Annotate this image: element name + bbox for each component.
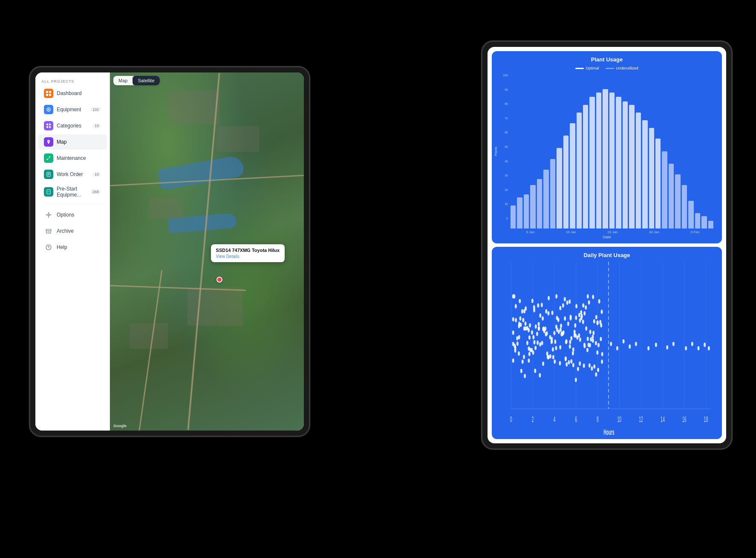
bar: [675, 174, 680, 228]
scatter-dot: [592, 295, 594, 299]
scatter-dot: [529, 323, 531, 327]
right-tablet-screen: Plant Usage Optimal Underutilized 010203…: [488, 47, 726, 443]
sidebar-item-map[interactable]: Map: [38, 134, 107, 150]
scatter-dot: [549, 354, 551, 359]
svg-rect-1: [49, 91, 51, 93]
urban-area-4: [188, 287, 243, 326]
x-label: 23 Jan: [608, 230, 618, 234]
scatter-dot: [593, 319, 595, 324]
svg-point-5: [48, 109, 49, 110]
scatter-dot: [591, 366, 593, 370]
scatter-dot: [538, 322, 540, 326]
scatter-dot: [516, 336, 518, 340]
sidebar-item-work-order[interactable]: Work Order 10: [38, 167, 107, 182]
scatter-dot: [518, 335, 520, 339]
underutilized-label: Underutilized: [616, 66, 638, 70]
scatter-dot: [596, 350, 598, 355]
scatter-dot: [521, 309, 523, 313]
maintenance-icon: [44, 153, 53, 163]
scatter-dot: [517, 341, 519, 346]
categories-icon: [44, 121, 53, 130]
map-tab-satellite[interactable]: Satellite: [133, 76, 159, 85]
scatter-dot: [655, 343, 657, 347]
y-label: 50: [499, 145, 509, 148]
scatter-dot: [616, 346, 618, 350]
bar: [537, 179, 542, 228]
svg-rect-6: [46, 124, 48, 125]
svg-text:4: 4: [553, 415, 555, 423]
map-tab-map[interactable]: Map: [113, 76, 133, 85]
tooltip-title: SSD14 747XMG Toyota Hilux: [216, 248, 280, 253]
y-label: 60: [499, 131, 509, 134]
sidebar-item-pre-start[interactable]: Pre-Start Equipme... 268: [38, 183, 107, 201]
bar: [517, 197, 522, 228]
scatter-dot: [623, 339, 625, 344]
scatter-dot: [595, 341, 597, 345]
scatter-dot: [704, 343, 706, 347]
scatter-dot: [708, 346, 710, 350]
x-label: 6 Feb: [691, 230, 699, 234]
x-label: 30 Jan: [649, 230, 659, 234]
sidebar-item-options[interactable]: Options: [38, 207, 107, 223]
scatter-dot: [565, 356, 567, 361]
bar: [701, 216, 707, 228]
svg-rect-7: [49, 124, 51, 125]
dashboard-icon: [44, 89, 53, 98]
scatter-dot: [556, 328, 558, 332]
bar: [708, 221, 713, 228]
x-label: 16 Jan: [566, 230, 576, 234]
bar: [557, 148, 562, 228]
scatter-dot: [541, 303, 543, 307]
scatter-container: 0 2 4 6 8 10 12 14 16 18 Hours: [499, 262, 715, 435]
scatter-dot: [528, 359, 530, 363]
scatter-dot: [601, 309, 603, 314]
bar: [669, 164, 674, 228]
scatter-dot: [542, 361, 544, 366]
sidebar-item-categories[interactable]: Categories 19: [38, 118, 107, 133]
work-order-label: Work Order: [57, 171, 92, 177]
scatter-dot: [580, 316, 583, 320]
scatter-dot: [574, 323, 576, 327]
scatter-dot: [532, 350, 534, 355]
options-icon: [44, 210, 53, 220]
scatter-dot: [570, 336, 572, 341]
y-label: 30: [499, 174, 509, 177]
sidebar-item-help[interactable]: Help: [38, 240, 107, 255]
scatter-dot: [552, 355, 554, 359]
scatter-dot: [587, 337, 589, 341]
help-label: Help: [57, 244, 101, 250]
y-label: 40: [499, 160, 509, 163]
y-axis-title: Plants: [494, 146, 498, 156]
sidebar-item-archive[interactable]: Archive: [38, 223, 107, 239]
scatter-dot: [597, 321, 599, 325]
sidebar-item-maintenance[interactable]: Maintenance: [38, 150, 107, 166]
scatter-dot: [589, 363, 591, 367]
scatter-dot: [534, 340, 536, 344]
svg-text:16: 16: [682, 415, 687, 423]
scatter-dot: [588, 300, 590, 304]
scatter-dot: [629, 344, 631, 349]
tooltip-link[interactable]: View Details: [216, 254, 280, 259]
bar: [642, 120, 647, 228]
scatter-dot: [580, 310, 582, 315]
left-tablet: ALL PROJECTS Dashboard Equipment 102: [29, 66, 310, 437]
x-axis-title: Date: [499, 235, 715, 239]
bar: [695, 213, 700, 228]
scatter-dot: [539, 373, 541, 377]
sidebar-item-dashboard[interactable]: Dashboard: [38, 86, 107, 101]
scatter-dot: [579, 361, 581, 366]
svg-rect-2: [46, 94, 48, 96]
sidebar-item-equipment[interactable]: Equipment 102: [38, 102, 107, 117]
scatter-dot: [569, 344, 571, 349]
map-pin[interactable]: [216, 277, 222, 283]
work-order-badge: 10: [92, 172, 101, 177]
scatter-dot: [586, 348, 589, 352]
scatter-dot: [566, 301, 568, 305]
scatter-dot: [566, 362, 568, 367]
bar: [524, 194, 529, 228]
scatter-dot: [570, 359, 572, 364]
urban-area-1: [168, 90, 219, 124]
x-label: 9 Jan: [526, 230, 535, 234]
scatter-dot: [549, 335, 551, 339]
pre-start-badge: 268: [90, 189, 101, 194]
